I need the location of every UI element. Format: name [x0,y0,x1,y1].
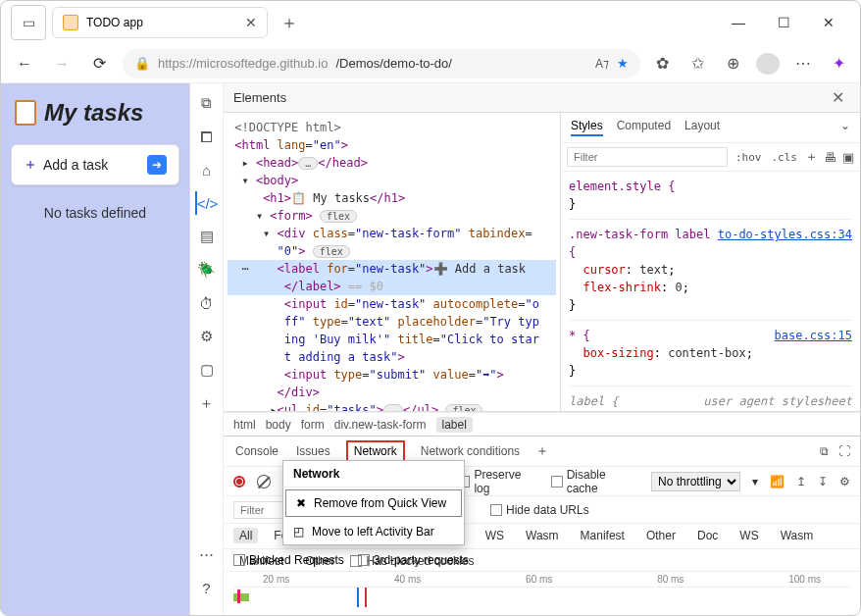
lock-icon: 🔒 [134,56,150,71]
third-party-checkbox[interactable]: 3rd-party requests [358,553,469,567]
styles-filter-input[interactable] [567,147,728,167]
source-link[interactable]: base.css:15 [775,327,852,344]
layout-tab[interactable]: Layout [684,119,720,136]
caret-down-icon[interactable]: ▾ [752,475,758,488]
debug-icon[interactable]: 🪲 [195,258,219,282]
drawer-add-icon[interactable]: ＋ [535,442,549,460]
context-menu-remove[interactable]: ✖ Remove from Quick View [285,489,462,517]
maximize-icon[interactable]: ☐ [770,15,797,30]
chevron-down-icon[interactable]: ⌄ [840,119,850,136]
download-icon[interactable]: ↧ [818,475,828,488]
settings-icon[interactable]: ⋯ [195,542,219,566]
back-button[interactable]: ← [11,50,38,77]
add-task-label: Add a task [43,157,108,173]
address-bar[interactable]: 🔒 https://microsoftedge.github.io/Demos/… [123,49,640,78]
page-heading: My tasks [15,99,179,127]
browser-tab[interactable]: TODO app ✕ [52,7,268,38]
filter-chip[interactable]: Wasm [520,528,565,543]
devtools-activity-bar: ⧉ ⧠ ⌂ </> ▤ 🪲 ⏱ ⚙ ▢ ＋ ⋯ ? [190,83,224,615]
clipboard-icon [15,100,36,126]
context-menu-header: Network [283,461,464,488]
url-host: https://microsoftedge.github.io [158,56,328,71]
gear-icon[interactable]: ⚙ [839,475,850,488]
close-devtools-icon[interactable]: ✕ [826,86,850,109]
disable-cache-checkbox[interactable]: Disable cache [551,468,639,495]
new-style-rule-icon[interactable]: ＋ [805,148,818,166]
page-content: My tasks ＋ Add a task ➜ No tasks defined [1,83,189,615]
filter-chip[interactable]: Wasm [775,528,820,543]
more-icon[interactable]: ⋯ [791,54,815,73]
filter-chip[interactable]: Doc [691,528,724,543]
minimize-icon[interactable]: — [725,15,752,30]
clear-icon[interactable] [257,475,271,488]
toggle-icon[interactable]: ▣ [842,150,854,165]
inspect-icon[interactable]: ⧉ [195,91,219,115]
drawer-tab-console[interactable]: Console [233,440,280,462]
styles-panel: Styles Computed Layout ⌄ :hov .cls ＋ 🖶 ▣ [560,113,860,411]
hide-data-urls-checkbox[interactable]: Hide data URLs [490,503,589,517]
hov-toggle[interactable]: :hov [734,151,764,164]
workspace-icon[interactable]: ▭ [11,5,46,40]
no-tasks-message: No tasks defined [11,205,179,221]
refresh-button[interactable]: ⟳ [85,50,113,77]
selected-dom-node[interactable]: ⋯ <label for="new-task">➕ Add a task [228,260,556,278]
network-timeline[interactable]: 20 ms 40 ms 60 ms 80 ms 100 ms [224,572,860,615]
remove-icon: ✖ [296,496,306,510]
reader-icon[interactable]: A⁊ [595,57,609,71]
record-icon[interactable] [233,476,245,488]
styles-tab[interactable]: Styles [571,119,603,136]
upload-icon[interactable]: ↥ [796,475,806,488]
computed-tab[interactable]: Computed [617,119,671,136]
application-icon[interactable]: ▢ [195,358,219,382]
favorite-icon[interactable]: ★ [617,56,629,71]
filter-chip[interactable]: WS [480,528,510,543]
filter-chip[interactable]: Other [640,528,682,543]
profile-avatar[interactable] [756,53,780,75]
help-icon[interactable]: ? [195,576,219,599]
timeline-marker [357,588,359,607]
timeline-marker [237,590,240,603]
source-link[interactable]: to-do-styles.css:34 [718,226,852,243]
new-tab-button[interactable]: ＋ [276,11,303,34]
device-icon[interactable]: ⧠ [195,125,219,148]
forward-button[interactable]: → [48,50,76,77]
filter-chip-all[interactable]: All [233,528,258,543]
add-task-input[interactable]: ＋ Add a task ➜ [11,144,179,185]
tab-favicon [63,15,78,30]
preserve-log-checkbox[interactable]: Preserve log [459,468,539,495]
submit-icon[interactable]: ➜ [147,155,167,175]
sources-icon[interactable]: ▤ [195,225,219,248]
tab-title: TODO app [86,16,237,29]
drawer-tab-network[interactable]: Network [346,440,405,462]
plus-icon: ＋ [24,156,37,174]
extensions-icon[interactable]: ✿ [650,54,674,73]
close-window-icon[interactable]: ✕ [815,15,842,30]
collections-icon[interactable]: ⊕ [721,54,744,73]
memory-icon[interactable]: ⚙ [195,325,219,348]
print-icon[interactable]: 🖶 [824,150,836,165]
wifi-icon[interactable]: 📶 [770,475,785,488]
elements-breadcrumb[interactable]: html body form div.new-task-form label [224,412,860,436]
throttling-select[interactable]: No throttling [651,472,740,491]
more-tools-icon[interactable]: ＋ [195,391,219,415]
favorites-icon[interactable]: ✩ [685,54,709,73]
copilot-icon[interactable]: ✦ [827,54,850,73]
performance-icon[interactable]: ⏱ [195,291,219,315]
drawer-tab-network-conditions[interactable]: Network conditions [419,440,522,462]
close-tab-icon[interactable]: ✕ [245,15,257,30]
context-menu-move[interactable]: ◰ Move to left Activity Bar [283,519,464,544]
active-tool-label: Elements [233,90,286,105]
timeline-marker [365,588,367,607]
filter-chip[interactable]: WS [734,528,764,543]
timeline-bar [233,593,249,601]
elements-tool-icon[interactable]: </> [195,191,219,215]
dom-tree[interactable]: <!DOCTYPE html> <html lang="en"> ▸ <head… [224,113,560,411]
welcome-icon[interactable]: ⌂ [195,158,219,181]
cls-toggle[interactable]: .cls [770,151,800,164]
drawer-tab-issues[interactable]: Issues [294,440,332,462]
expand-icon[interactable]: ⛶ [838,444,850,458]
dock-icon[interactable]: ⧉ [820,444,829,458]
blocked-requests-checkbox[interactable]: Blocked Requests [233,553,344,567]
filter-chip[interactable]: Manifest [575,528,631,543]
network-context-menu: Network ✖ Remove from Quick View ◰ Move … [282,460,465,545]
